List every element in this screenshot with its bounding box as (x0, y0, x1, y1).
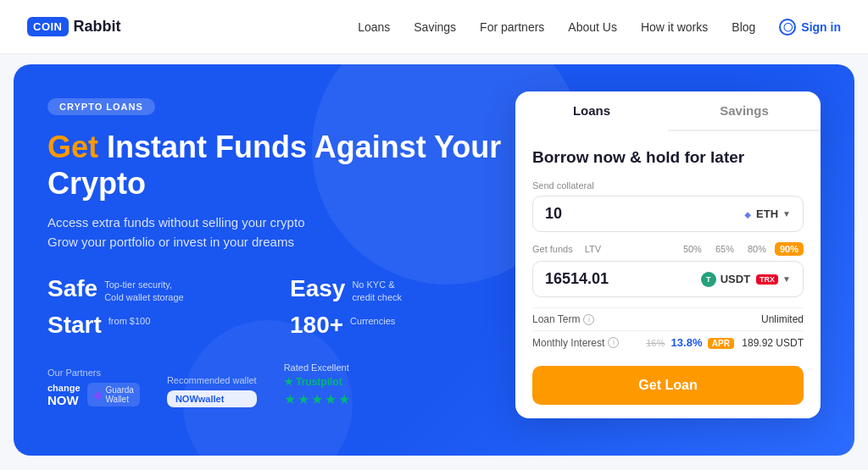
apr-badge: APR (708, 338, 734, 349)
card-heading: Borrow now & hold for later (532, 148, 804, 167)
nav: Loans Savings For partners About Us How … (358, 19, 841, 36)
sign-in-label: Sign in (801, 20, 841, 34)
nav-loans[interactable]: Loans (358, 20, 390, 34)
loan-term-info-icon[interactable]: i (583, 314, 594, 325)
wallet-group: Recommended wallet NOWwallet (167, 375, 257, 407)
card-container: Loans Savings Borrow now & hold for late… (515, 91, 821, 418)
logo: COIN Rabbit (27, 17, 121, 36)
feature-easy-label: Easy (290, 275, 345, 302)
feature-safe-label: Safe (47, 275, 97, 302)
hero-title: Get Instant Funds Against Your Crypto (47, 129, 515, 202)
collateral-value: 10 (545, 205, 743, 223)
partner-logos: changeNOW ◆ GuardaWallet (47, 383, 140, 407)
feature-safe: Safe Top-tier security,Cold wallet stora… (47, 275, 273, 303)
collateral-currency-label: ETH (756, 207, 778, 220)
loan-card: Loans Savings Borrow now & hold for late… (515, 91, 821, 429)
get-loan-button[interactable]: Get Loan (532, 366, 804, 405)
nav-about-us[interactable]: About Us (568, 20, 617, 34)
subtitle-line2: Grow your portfolio or invest in your dr… (47, 235, 294, 249)
chevron-down-icon: ▼ (782, 209, 791, 218)
nav-savings[interactable]: Savings (414, 20, 456, 34)
ltv-row: Get funds LTV 50% 65% 80% 90% (532, 242, 804, 256)
trustpilot-stars: ★★★★★ (284, 391, 352, 407)
trustpilot-section: Rated Excellent ★ Trustpilot ★★★★★ (284, 362, 352, 407)
monthly-interest-label: Monthly Interest i (532, 337, 619, 349)
hero-left: CRYPTO LOANS Get Instant Funds Against Y… (47, 91, 515, 429)
feature-start-label: Start (47, 312, 102, 339)
funds-currency-label: USDT (721, 273, 750, 285)
features-grid: Safe Top-tier security,Cold wallet stora… (47, 275, 515, 339)
hero-subtitle: Access extra funds without selling your … (47, 213, 515, 252)
interest-usdt-value: 189.92 USDT (742, 337, 804, 349)
tab-loans[interactable]: Loans (515, 91, 668, 130)
collateral-label: Send collateral (532, 180, 804, 191)
ltv-80[interactable]: 80% (743, 242, 771, 256)
tab-savings[interactable]: Savings (668, 91, 821, 130)
partners-group: Our Partners changeNOW ◆ GuardaWallet (47, 368, 140, 407)
loan-details: Loan Term i Unlimited Monthly Interest i… (532, 307, 804, 354)
nav-blog[interactable]: Blog (732, 20, 755, 34)
feature-start-desc: from $100 (108, 312, 151, 327)
feature-easy-desc: No KYC &credit check (352, 275, 402, 303)
loan-term-row: Loan Term i Unlimited (532, 307, 804, 330)
ltv-50[interactable]: 50% (678, 242, 707, 256)
collateral-currency[interactable]: ⬥ ETH ▼ (743, 207, 791, 222)
interest-old-value: 16% (646, 338, 665, 348)
wallet-label: Recommended wallet (167, 375, 257, 385)
ltv-options: 50% 65% 80% 90% (678, 242, 804, 256)
monthly-interest-value: 16% 13.8% APR 189.92 USDT (646, 336, 804, 349)
feature-currencies-label: 180+ (290, 312, 343, 339)
funds-currency[interactable]: T USDT TRX ▼ (701, 272, 791, 287)
trx-badge: TRX (756, 274, 778, 285)
crypto-loans-badge: CRYPTO LOANS (47, 98, 155, 115)
partners-section: Our Partners changeNOW ◆ GuardaWallet Re… (47, 362, 515, 407)
interest-new-value: 13.8% (671, 336, 703, 349)
hero-title-highlight: Get (47, 130, 98, 164)
feature-currencies-desc: Currencies (350, 312, 395, 327)
guarda-logo: ◆ GuardaWallet (87, 383, 140, 406)
card-tabs: Loans Savings (515, 91, 821, 131)
ltv-90[interactable]: 90% (775, 242, 804, 256)
funds-input-row[interactable]: 16514.01 T USDT TRX ▼ (532, 261, 804, 297)
feature-start: Start from $100 (47, 312, 273, 339)
card-body: Borrow now & hold for later Send collate… (515, 131, 821, 418)
logo-coin: COIN (27, 17, 69, 36)
funds-label: Get funds (532, 244, 573, 254)
trustpilot-brand: ★ Trustpilot (284, 376, 352, 388)
partners-label: Our Partners (47, 368, 140, 378)
sign-in-button[interactable]: ◯ Sign in (779, 19, 841, 36)
nav-for-partners[interactable]: For partners (480, 20, 544, 34)
monthly-interest-info-icon[interactable]: i (608, 337, 619, 348)
feature-safe-desc: Top-tier security,Cold wallet storage (104, 275, 184, 303)
loan-term-label: Loan Term i (532, 313, 594, 325)
nav-how-it-works[interactable]: How it works (641, 20, 708, 34)
changenow-logo: changeNOW (47, 383, 81, 407)
eth-icon: ⬥ (743, 207, 752, 222)
usdt-icon: T (701, 272, 716, 287)
now-wallet-logo: NOWwallet (167, 390, 257, 407)
trustpilot-label: Rated Excellent (284, 362, 352, 373)
sign-in-icon: ◯ (779, 19, 796, 36)
feature-easy: Easy No KYC &credit check (290, 275, 515, 303)
funds-chevron-icon: ▼ (782, 274, 791, 284)
ltv-label-text: LTV (585, 244, 601, 254)
collateral-input-row[interactable]: 10 ⬥ ETH ▼ (532, 196, 804, 232)
funds-value: 16514.01 (545, 270, 701, 288)
feature-currencies: 180+ Currencies (290, 312, 515, 339)
hero-section: CRYPTO LOANS Get Instant Funds Against Y… (14, 64, 854, 456)
ltv-65[interactable]: 65% (710, 242, 739, 256)
header: COIN Rabbit Loans Savings For partners A… (0, 0, 868, 54)
loan-term-value: Unlimited (761, 313, 804, 325)
logo-rabbit: Rabbit (74, 18, 121, 36)
hero-title-rest: Instant Funds Against Your Crypto (47, 130, 501, 201)
subtitle-line1: Access extra funds without selling your … (47, 215, 304, 229)
monthly-interest-row: Monthly Interest i 16% 13.8% APR 189.92 … (532, 330, 804, 354)
